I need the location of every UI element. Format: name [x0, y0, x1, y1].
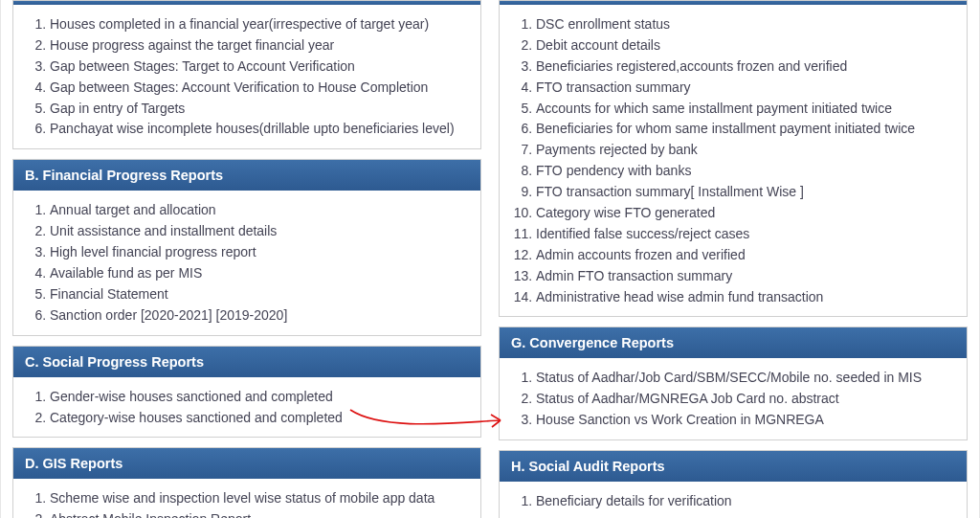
panel-b-list: Annual target and allocation Unit assist…	[33, 201, 473, 324]
panel-b: B. Financial Progress Reports Annual tar…	[12, 159, 481, 335]
list-item: Scheme wise and inspection level wise st…	[50, 489, 473, 507]
list-item: High level financial progress report	[50, 243, 473, 261]
list-item: Admin FTO transaction summary	[536, 267, 959, 285]
panel-b-header: B. Financial Progress Reports	[13, 160, 480, 191]
report-link[interactable]: DSC enrollment status	[536, 16, 670, 32]
list-item: Annual target and allocation	[50, 201, 473, 219]
columns: Houses completed in a financial year(irr…	[12, 0, 968, 518]
report-link[interactable]: High level financial progress report	[50, 244, 256, 259]
panel-d-header: D. GIS Reports	[13, 448, 480, 479]
list-item: Status of Aadhar/Job Card/SBM/SECC/Mobil…	[536, 369, 959, 387]
list-item: Accounts for which same installment paym…	[536, 100, 959, 118]
left-column: Houses completed in a financial year(irr…	[12, 0, 481, 518]
list-item: Gap between Stages: Target to Account Ve…	[50, 57, 473, 76]
list-item: House progress against the target financ…	[50, 36, 473, 55]
panel-h-header: H. Social Audit Reports	[500, 451, 967, 482]
report-link[interactable]: House progress against the target financ…	[50, 37, 334, 53]
list-item: Category-wise houses sanctioned and comp…	[50, 409, 473, 427]
report-link[interactable]: Financial Statement	[50, 286, 168, 302]
panel-h: H. Social Audit Reports Beneficiary deta…	[499, 450, 968, 518]
report-link[interactable]: Beneficiary details for verification	[536, 493, 732, 508]
report-link[interactable]: House Sanction vs Work Creation in MGNRE…	[536, 412, 824, 427]
report-link[interactable]: Scheme wise and inspection level wise st…	[50, 490, 434, 506]
list-item: Status of Aadhar/MGNREGA Job Card no. ab…	[536, 390, 959, 408]
report-link[interactable]: Administrative head wise admin fund tran…	[536, 289, 823, 304]
list-item: Houses completed in a financial year(irr…	[50, 15, 473, 34]
panel-b-body: Annual target and allocation Unit assist…	[13, 191, 480, 334]
panel-c-header: C. Social Progress Reports	[13, 347, 480, 377]
list-item: Debit account details	[536, 36, 959, 55]
report-link[interactable]: Payments rejected by bank	[536, 142, 698, 157]
panel-f: DSC enrollment status Debit account deta…	[499, 0, 968, 317]
panel-g-header: G. Convergence Reports	[500, 327, 967, 358]
report-link[interactable]: Status of Aadhar/MGNREGA Job Card no. ab…	[536, 391, 839, 406]
list-item: Gender-wise houses sanctioned and comple…	[50, 388, 473, 406]
panel-f-list: DSC enrollment status Debit account deta…	[519, 15, 959, 305]
panel-g-list: Status of Aadhar/Job Card/SBM/SECC/Mobil…	[519, 369, 959, 429]
panel-d-body: Scheme wise and inspection level wise st…	[13, 479, 480, 518]
panel-g: G. Convergence Reports Status of Aadhar/…	[499, 327, 968, 440]
panel-h-list: Beneficiary details for verification	[519, 492, 959, 510]
list-item: Gap between Stages: Account Verification…	[50, 79, 473, 97]
list-item: Identified false success/reject cases	[536, 225, 959, 243]
list-item: FTO pendency with banks	[536, 162, 959, 180]
report-link[interactable]: FTO pendency with banks	[536, 163, 691, 178]
list-item: Abstract Mobile Inspection Report.	[50, 510, 473, 518]
report-link[interactable]: Debit account details	[536, 37, 660, 53]
list-item: Beneficiaries registered,accounts frozen…	[536, 57, 959, 76]
panel-c: C. Social Progress Reports Gender-wise h…	[12, 346, 481, 439]
panel-g-body: Status of Aadhar/Job Card/SBM/SECC/Mobil…	[500, 358, 967, 439]
report-link[interactable]: Panchayat wise incomplete houses(drillab…	[50, 121, 455, 136]
report-link[interactable]: Category wise FTO generated	[536, 205, 715, 220]
page: Houses completed in a financial year(irr…	[0, 0, 980, 518]
panel-d-list: Scheme wise and inspection level wise st…	[33, 489, 473, 518]
report-link[interactable]: Beneficiaries registered,accounts frozen…	[536, 58, 847, 74]
list-item: Payments rejected by bank	[536, 141, 959, 159]
report-link[interactable]: Status of Aadhar/Job Card/SBM/SECC/Mobil…	[536, 370, 922, 385]
list-item: Admin accounts frozen and verified	[536, 246, 959, 264]
report-link[interactable]: Gap between Stages: Account Verification…	[50, 79, 428, 95]
panel-h-body: Beneficiary details for verification	[500, 482, 967, 518]
list-item: House Sanction vs Work Creation in MGNRE…	[536, 411, 959, 429]
report-link[interactable]: Category-wise houses sanctioned and comp…	[50, 410, 343, 425]
list-item: Beneficiary details for verification	[536, 492, 959, 510]
report-link[interactable]: Accounts for which same installment paym…	[536, 101, 892, 116]
panel-a-list: Houses completed in a financial year(irr…	[33, 15, 473, 138]
panel-c-list: Gender-wise houses sanctioned and comple…	[33, 388, 473, 427]
report-link[interactable]: Houses completed in a financial year(irr…	[50, 16, 429, 32]
report-link[interactable]: Unit assistance and installment details	[50, 223, 277, 238]
report-link[interactable]: Sanction order [2020-2021] [2019-2020]	[50, 307, 287, 323]
report-link[interactable]: Admin FTO transaction summary	[536, 268, 732, 283]
report-link[interactable]: FTO transaction summary[ Installment Wis…	[536, 184, 804, 199]
panel-f-body: DSC enrollment status Debit account deta…	[500, 5, 967, 316]
report-link[interactable]: Admin accounts frozen and verified	[536, 247, 746, 262]
list-item: Unit assistance and installment details	[50, 222, 473, 240]
list-item: Category wise FTO generated	[536, 204, 959, 222]
report-link[interactable]: Gap between Stages: Target to Account Ve…	[50, 58, 355, 74]
right-column: DSC enrollment status Debit account deta…	[499, 0, 968, 518]
report-link[interactable]: Identified false success/reject cases	[536, 226, 749, 241]
list-item: FTO transaction summary	[536, 79, 959, 97]
panel-d: D. GIS Reports Scheme wise and inspectio…	[12, 447, 481, 518]
list-item: Administrative head wise admin fund tran…	[536, 288, 959, 306]
report-link[interactable]: Beneficiaries for whom same installment …	[536, 121, 915, 136]
list-item: Beneficiaries for whom same installment …	[536, 120, 959, 138]
list-item: Sanction order [2020-2021] [2019-2020]	[50, 306, 473, 325]
panel-c-body: Gender-wise houses sanctioned and comple…	[13, 377, 480, 438]
list-item: Financial Statement	[50, 285, 473, 304]
list-item: Available fund as per MIS	[50, 264, 473, 282]
report-link[interactable]: FTO transaction summary	[536, 79, 691, 95]
panel-a: Houses completed in a financial year(irr…	[12, 0, 481, 149]
panel-a-body: Houses completed in a financial year(irr…	[13, 5, 480, 148]
list-item: Panchayat wise incomplete houses(drillab…	[50, 120, 473, 138]
report-link[interactable]: Gap in entry of Targets	[50, 101, 185, 116]
list-item: FTO transaction summary[ Installment Wis…	[536, 183, 959, 201]
list-item: DSC enrollment status	[536, 15, 959, 34]
report-link[interactable]: Annual target and allocation	[50, 202, 216, 217]
report-link[interactable]: Available fund as per MIS	[50, 265, 202, 281]
report-link[interactable]: Gender-wise houses sanctioned and comple…	[50, 389, 333, 404]
report-link[interactable]: Abstract Mobile Inspection Report.	[50, 511, 255, 518]
list-item: Gap in entry of Targets	[50, 100, 473, 118]
